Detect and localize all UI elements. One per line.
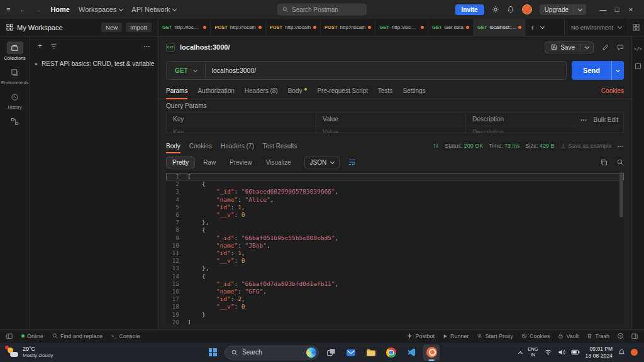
tab-params[interactable]: Params [166,83,187,99]
help-icon[interactable]: ? [618,333,623,339]
trash-button[interactable]: Trash [587,333,609,339]
workspaces-menu[interactable]: Workspaces [79,6,123,13]
window-minimize-button[interactable]: — [596,6,610,13]
online-status[interactable]: Online [21,333,43,339]
taskbar-search[interactable]: Search [225,346,319,359]
postbot-button[interactable]: Postbot [407,333,435,339]
new-tab-button[interactable]: + [530,24,534,31]
copy-icon[interactable] [601,159,608,166]
back-icon[interactable]: ← [19,6,26,13]
save-dropdown[interactable] [580,44,593,51]
notifications-bell-icon[interactable] [507,6,514,13]
start-button[interactable] [204,344,221,361]
info-icon[interactable] [635,63,641,70]
param-value-input[interactable]: Value [316,126,466,133]
tree-collapse-icon[interactable]: ▸ [35,61,38,67]
param-description-input[interactable]: Description [466,126,623,133]
open-tab-1[interactable]: GEThttp://localho [158,19,211,36]
settings-gear-icon[interactable] [492,6,499,13]
open-tab-6[interactable]: GETGet data [428,19,474,36]
vscode-button[interactable] [403,344,419,361]
find-and-replace-button[interactable]: Find and replace [52,333,103,339]
window-close-button[interactable]: × [624,6,638,13]
search-response-icon[interactable] [617,159,624,166]
send-button[interactable]: Send [572,61,624,80]
param-key-input[interactable]: Key [167,126,316,133]
size-value[interactable]: 429 B [540,143,555,149]
tab-tests[interactable]: Tests [378,83,392,99]
add-collection-button[interactable]: + [38,41,42,50]
user-avatar[interactable] [522,4,532,14]
weather-widget[interactable]: 29°C Mostly cloudy [6,346,53,358]
method-dropdown[interactable]: GET [167,62,206,79]
wrap-lines-icon[interactable] [348,158,356,166]
cookies-link[interactable]: Cookies [601,87,624,94]
cookies-button[interactable]: Cookies [521,333,550,339]
start-proxy-button[interactable]: Start Proxy [477,333,513,339]
window-maximize-button[interactable]: □ [610,6,624,13]
response-body-json[interactable]: 1[2 {3 "_id": "66baeed60299065783039666"… [166,171,624,324]
notification-bell-icon[interactable] [618,349,625,356]
network-icon[interactable] [433,143,439,149]
invite-button[interactable]: Invite [455,4,484,15]
comment-icon[interactable] [617,44,624,51]
upgrade-dropdown[interactable] [574,6,586,13]
tab-settings[interactable]: Settings [402,83,425,99]
bulk-edit-button[interactable]: Bulk Edit [594,116,618,123]
response-tab-cookies[interactable]: Cookies [189,138,212,153]
status-value[interactable]: 200 OK [464,143,484,149]
code-snippet-icon[interactable]: </> [634,47,642,52]
environment-quick-look-icon[interactable] [628,19,644,36]
task-view-button[interactable] [323,344,339,361]
sidebar-item-collections[interactable]: Collections [4,41,25,60]
url-input[interactable] [206,67,567,74]
view-raw[interactable]: Raw [197,157,221,168]
response-tab-body[interactable]: Body [166,138,180,153]
view-visualize[interactable]: Visualize [260,157,297,168]
tab-headers[interactable]: Headers (8) [245,83,278,99]
environment-selector[interactable]: No environment [565,19,628,36]
volume-icon[interactable] [558,349,565,356]
battery-icon[interactable] [571,349,580,355]
save-button[interactable]: Save [545,41,594,53]
edit-pencil-icon[interactable] [602,44,609,51]
mail-app-button[interactable] [343,344,359,361]
response-tab-headers[interactable]: Headers (7) [221,138,254,153]
open-tab-5[interactable]: GEThttp://localho [375,19,428,36]
sidebar-item-flows[interactable] [7,115,23,128]
clock-widget[interactable]: 09:01 PM 13-08-2024 [586,346,613,359]
tab-body[interactable]: Body [288,83,308,99]
search-postman-input[interactable]: Search Postman [277,4,367,16]
scrollbar[interactable] [619,172,623,323]
sidebar-item-history[interactable]: History [7,90,23,109]
home-link[interactable]: Home [50,6,70,13]
save-as-example-button[interactable]: Save as example [560,143,612,149]
tab-options-chevron-icon[interactable] [540,25,545,29]
filter-icon[interactable] [50,43,57,50]
collection-tree-item[interactable]: ▸ REST API basics: CRUD, test & variable [30,55,158,72]
import-button[interactable]: Import [126,23,152,32]
tray-app-icon[interactable] [631,349,638,356]
upgrade-button[interactable]: Upgrade [540,4,586,15]
api-network-menu[interactable]: API Network [131,6,176,13]
response-tab-test-results[interactable]: Test Results [263,138,297,153]
file-explorer-button[interactable] [363,344,379,361]
open-tab-4[interactable]: POSThttp://localh [321,19,375,36]
sidebar-more-icon[interactable]: ••• [144,44,150,48]
language-indicator[interactable]: ENG IN [528,347,538,358]
wifi-icon[interactable] [544,349,552,356]
params-more-icon[interactable]: ••• [580,118,587,122]
time-value[interactable]: 73 ms [504,143,520,149]
sidebar-item-environments[interactable]: Environments [1,66,28,85]
open-tab-7-active[interactable]: GETlocalhost:300 [474,19,526,36]
format-dropdown[interactable]: JSON [304,156,340,168]
tab-authorization[interactable]: Authorization [197,83,234,99]
vault-button[interactable]: Vault [558,333,579,339]
view-pretty[interactable]: Pretty [166,156,195,168]
open-tab-2[interactable]: POSThttp://localh [211,19,265,36]
send-dropdown[interactable] [611,61,624,80]
console-button[interactable]: >_Console [111,333,140,339]
view-preview[interactable]: Preview [224,157,258,168]
tab-pre-request-script[interactable]: Pre-request Script [317,83,368,99]
chrome-button[interactable] [383,344,399,361]
